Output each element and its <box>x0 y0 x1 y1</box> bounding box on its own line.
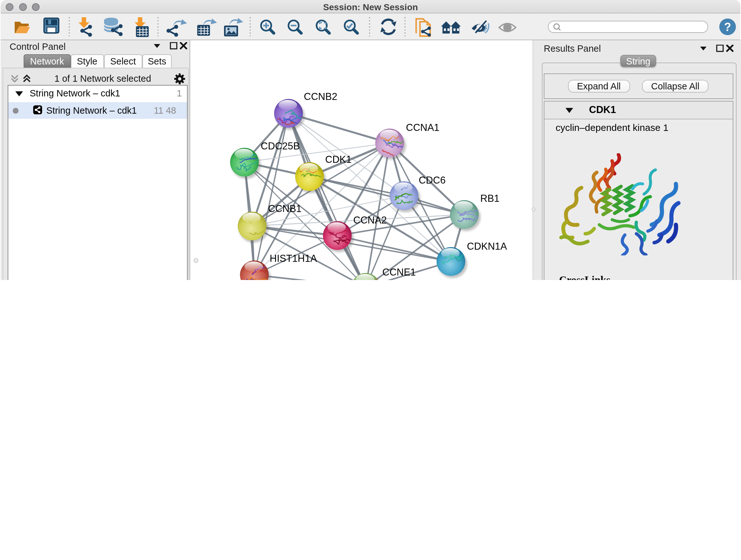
svg-text:CDC25B: CDC25B <box>261 140 300 152</box>
svg-text:CDC6: CDC6 <box>419 175 446 186</box>
svg-text:RB1: RB1 <box>480 193 499 204</box>
svg-text:CCNB2: CCNB2 <box>304 91 337 102</box>
svg-text:HIST1H1A: HIST1H1A <box>270 253 317 264</box>
svg-text:CDK1: CDK1 <box>325 154 352 165</box>
svg-text:CCNE1: CCNE1 <box>382 266 416 278</box>
svg-text:CCNB1: CCNB1 <box>268 203 301 214</box>
svg-text:?: ? <box>724 20 731 34</box>
svg-text:CCNA2: CCNA2 <box>353 214 387 226</box>
svg-text:CCNA1: CCNA1 <box>406 122 440 133</box>
svg-text:CDKN1A: CDKN1A <box>467 241 507 252</box>
